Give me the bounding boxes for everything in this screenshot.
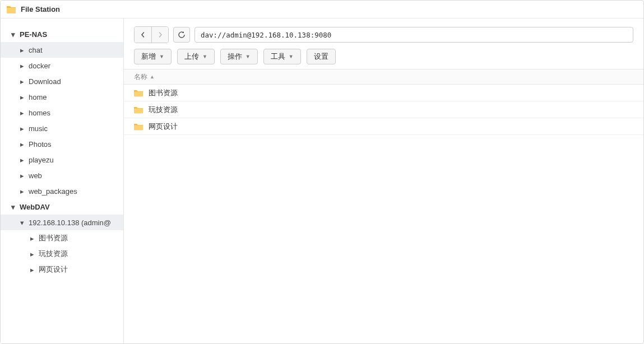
new-button[interactable]: 新增 ▼ <box>134 49 172 64</box>
chevron-right-icon: ▸ <box>30 252 34 256</box>
action-toolbar: 新增 ▼ 上传 ▼ 操作 ▼ 工具 ▼ 设置 <box>124 49 643 64</box>
sidebar-item-books[interactable]: ▸ 图书资源 <box>1 230 123 246</box>
address-input[interactable] <box>194 27 633 43</box>
caret-down-icon: ▼ <box>159 54 164 59</box>
chevron-down-icon: ▾ <box>11 32 15 36</box>
column-name: 名称 <box>134 72 147 82</box>
refresh-icon <box>178 31 186 39</box>
caret-down-icon: ▼ <box>202 54 207 59</box>
btn-label: 设置 <box>314 52 328 62</box>
folder-icon <box>134 106 143 114</box>
nav-toolbar <box>124 26 643 43</box>
chevron-right-icon <box>157 32 163 38</box>
chevron-right-icon: ▸ <box>20 126 24 131</box>
file-list: 图书资源 玩技资源 网页设计 <box>124 85 643 343</box>
file-row[interactable]: 玩技资源 <box>124 101 643 118</box>
sidebar-item-label: 192.168.10.138 (admin@ <box>29 219 111 227</box>
file-row[interactable]: 图书资源 <box>124 85 643 101</box>
caret-down-icon: ▼ <box>245 54 251 59</box>
sidebar-item-webpackages[interactable]: ▸ web_packages <box>1 183 123 199</box>
caret-down-icon: ▼ <box>289 54 294 59</box>
chevron-down-icon: ▾ <box>20 220 24 225</box>
sidebar-item-webdesign[interactable]: ▸ 网页设计 <box>1 262 123 277</box>
chevron-right-icon: ▸ <box>20 189 24 193</box>
chevron-right-icon: ▸ <box>20 142 24 146</box>
sidebar-item-play[interactable]: ▸ 玩技资源 <box>1 246 123 262</box>
sidebar-item-label: 网页设计 <box>39 264 68 275</box>
sidebar-item-photos[interactable]: ▸ Photos <box>1 136 123 152</box>
tree-root-label: WebDAV <box>20 203 50 211</box>
sidebar-item-web[interactable]: ▸ web <box>1 168 123 183</box>
back-button[interactable] <box>135 27 151 43</box>
titlebar: File Station <box>1 1 643 18</box>
sidebar-item-label: web_packages <box>29 187 77 196</box>
sidebar-item-label: chat <box>29 46 43 54</box>
sidebar-item-label: docker <box>29 62 50 70</box>
sidebar-item-chat[interactable]: ▸ chat <box>1 42 123 58</box>
sidebar-item-download[interactable]: ▸ Download <box>1 73 123 89</box>
file-station-window: File Station ▾ PE-NAS ▸ chat ▸ docker ▸ … <box>0 0 644 344</box>
settings-button[interactable]: 设置 <box>307 49 336 64</box>
file-name: 网页设计 <box>149 122 178 132</box>
sidebar-item-label: playezu <box>29 156 54 164</box>
chevron-right-icon: ▸ <box>30 236 34 240</box>
sidebar-item-label: Download <box>29 77 61 86</box>
sidebar-item-label: web <box>29 171 42 180</box>
sidebar-item-label: 玩技资源 <box>39 249 68 259</box>
chevron-right-icon: ▸ <box>20 110 24 115</box>
app-folder-icon <box>6 4 16 15</box>
sidebar-item-label: music <box>29 124 48 133</box>
sidebar-item-docker[interactable]: ▸ docker <box>1 58 123 73</box>
nav-group <box>134 26 169 43</box>
refresh-button[interactable] <box>173 27 190 43</box>
tree-root-webdav[interactable]: ▾ WebDAV <box>1 199 123 215</box>
chevron-right-icon: ▸ <box>30 267 34 272</box>
chevron-left-icon <box>140 32 146 38</box>
file-row[interactable]: 网页设计 <box>124 118 643 135</box>
main-panel: 新增 ▼ 上传 ▼ 操作 ▼ 工具 ▼ 设置 <box>124 18 643 343</box>
file-name: 玩技资源 <box>149 105 178 115</box>
file-name: 图书资源 <box>149 88 178 98</box>
sidebar-item-home[interactable]: ▸ home <box>1 89 123 105</box>
forward-button[interactable] <box>151 27 168 43</box>
chevron-right-icon: ▸ <box>20 95 24 99</box>
btn-label: 工具 <box>271 52 285 62</box>
btn-label: 新增 <box>141 52 156 62</box>
sort-asc-icon: ▲ <box>150 74 155 80</box>
upload-button[interactable]: 上传 ▼ <box>177 49 215 64</box>
body: ▾ PE-NAS ▸ chat ▸ docker ▸ Download ▸ ho… <box>1 18 643 343</box>
sidebar-item-label: 图书资源 <box>39 233 68 243</box>
chevron-down-icon: ▾ <box>11 204 15 209</box>
tree-root-label: PE-NAS <box>20 30 47 39</box>
app-title: File Station <box>21 5 60 13</box>
sidebar-item-music[interactable]: ▸ music <box>1 120 123 136</box>
btn-label: 操作 <box>228 52 242 62</box>
folder-icon <box>134 123 143 131</box>
sidebar-item-label: homes <box>29 109 50 117</box>
sidebar-item-playezu[interactable]: ▸ playezu <box>1 152 123 168</box>
sidebar-item-label: home <box>29 93 47 101</box>
chevron-right-icon: ▸ <box>20 63 24 68</box>
chevron-right-icon: ▸ <box>20 157 24 162</box>
column-header[interactable]: 名称 ▲ <box>124 69 643 85</box>
sidebar-item-homes[interactable]: ▸ homes <box>1 105 123 120</box>
chevron-right-icon: ▸ <box>20 173 24 178</box>
sidebar: ▾ PE-NAS ▸ chat ▸ docker ▸ Download ▸ ho… <box>1 18 124 343</box>
tree-root-pe-nas[interactable]: ▾ PE-NAS <box>1 26 123 42</box>
sidebar-item-webdav-server[interactable]: ▾ 192.168.10.138 (admin@ <box>1 215 123 230</box>
tools-button[interactable]: 工具 ▼ <box>263 49 301 64</box>
folder-icon <box>134 89 143 97</box>
chevron-right-icon: ▸ <box>20 48 24 52</box>
btn-label: 上传 <box>184 52 199 62</box>
chevron-right-icon: ▸ <box>20 79 24 83</box>
action-button[interactable]: 操作 ▼ <box>220 49 258 64</box>
sidebar-item-label: Photos <box>29 140 51 148</box>
